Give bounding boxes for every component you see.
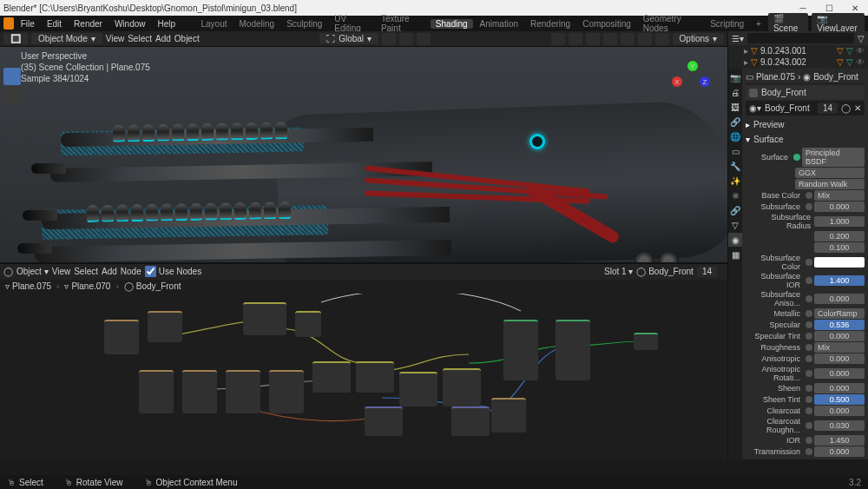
ptab-physics-icon[interactable]: ⚛ [728,188,742,202]
shading-wire-icon[interactable] [603,33,617,45]
node[interactable] [243,302,286,335]
prop-value[interactable]: 0.000 [814,383,865,393]
socket-dot-icon[interactable] [806,344,812,351]
node[interactable] [634,333,658,350]
prop-value[interactable]: 0.000 [814,354,865,364]
workspace-uvediting[interactable]: UV Editing [329,14,374,33]
node[interactable] [356,361,394,393]
prop-value[interactable]: 0.000 [814,368,865,379]
shading-solid-icon[interactable] [621,33,635,45]
prop-value[interactable]: 0.536 [814,320,865,330]
shading-rendered-icon[interactable] [655,33,669,45]
mat-new-icon[interactable]: ◯ [841,103,851,113]
workspace-texturepaint[interactable]: Texture Paint [376,14,429,33]
socket-dot-icon[interactable] [806,277,812,284]
socket-dot-icon[interactable] [806,259,812,266]
node[interactable] [139,370,174,413]
overlay-toggle-icon[interactable] [569,33,582,45]
socket-dot-icon[interactable] [806,448,812,455]
ne-editor-type-icon[interactable]: ◯ [3,267,13,276]
ptab-view-icon[interactable]: 🖼 [728,100,742,114]
props-object-name[interactable]: Plane.075 [756,72,795,82]
node[interactable] [503,320,538,380]
socket-dot-icon[interactable] [806,437,812,444]
menu-window[interactable]: Window [109,19,151,29]
prop-value[interactable]: 0.030 [814,420,865,431]
mode-selector[interactable]: Object Mode ▾ [31,33,102,44]
ptab-render-icon[interactable]: 📷 [728,70,742,84]
viewport-3d[interactable]: User Perspective (35) Scene Collection |… [0,47,727,262]
node[interactable] [269,370,304,413]
crumb-object[interactable]: ▿ Plane.075 [5,281,51,291]
node-canvas[interactable] [0,294,727,459]
color-swatch[interactable] [814,257,865,268]
menu-render[interactable]: Render [69,19,108,29]
prop-value[interactable]: 1.400 [814,275,865,286]
node[interactable] [312,361,351,393]
outliner-type-icon[interactable]: ☰▾ [732,34,744,43]
editor-type-icon[interactable]: 🔳 [3,33,28,44]
crumb-mesh[interactable]: ▿ Plane.070 [64,281,110,291]
node[interactable] [443,368,481,406]
ne-menu-select[interactable]: Select [74,267,98,276]
node[interactable] [556,320,590,380]
prop-value[interactable]: 0.200 [814,231,865,241]
socket-dot-icon[interactable] [806,355,812,362]
tool-cursor-icon[interactable] [3,87,21,104]
prop-value[interactable]: 0.000 [814,331,865,341]
socket-dot-icon[interactable] [806,396,812,403]
ptab-world-icon[interactable]: 🌐 [728,129,742,143]
menu-help[interactable]: Help [153,19,181,29]
node[interactable] [451,406,490,436]
workspace-rendering[interactable]: Rendering [525,19,575,29]
ptab-texture-icon[interactable]: ▦ [728,248,742,261]
prop-value[interactable]: 0.000 [814,406,865,416]
material-selector[interactable]: ◯ Body_Front [636,267,693,276]
workspace-modeling[interactable]: Modeling [234,19,280,29]
workspace-add[interactable]: + [751,19,766,29]
prop-value[interactable]: 0.000 [814,202,865,212]
gizmo-toggle-icon[interactable] [551,33,565,45]
ptab-modifier-icon[interactable]: 🔧 [728,159,742,173]
outliner-search[interactable] [747,33,854,43]
prop-linked-value[interactable]: Mix [814,342,865,353]
section-surface[interactable]: ▾ Surface [746,132,865,147]
ptab-data-icon[interactable]: ▽ [728,218,742,232]
surface-shader[interactable]: Principled BSDF [802,148,865,167]
viewport-options[interactable]: Options ▾ [673,33,724,44]
ptab-particle-icon[interactable]: ✨ [728,174,742,188]
material-datablock[interactable]: ◉▾ Body_Front 14 ◯ ✕ [746,101,865,116]
workspace-geonodes[interactable]: Geometry Nodes [638,14,703,33]
node[interactable] [182,370,217,413]
crumb-material[interactable]: ◯ Body_Front [124,281,181,291]
socket-dot-icon[interactable] [806,370,812,377]
prop-linked-value[interactable]: ColorRamp [814,308,865,319]
prop-value[interactable]: 0.000 [814,294,865,304]
mat-users-count[interactable]: 14 [818,102,838,114]
menu-edit[interactable]: Edit [42,19,67,29]
properties-body[interactable]: ▭ Plane.075 › ◉ Body_Front Body_Front ◉▾… [742,69,868,459]
view-menu-object[interactable]: Object [174,34,200,43]
section-preview[interactable]: ▸ Preview [746,117,865,132]
socket-dot-icon[interactable] [806,192,812,199]
sss-method-select[interactable]: Random Walk [795,179,865,189]
blender-logo-icon[interactable] [3,17,14,30]
socket-dot-icon[interactable] [806,203,812,210]
socket-dot-icon[interactable] [806,310,812,317]
slot-selector[interactable]: Slot 1 ▾ [604,267,633,276]
ne-menu-add[interactable]: Add [102,267,117,276]
view-menu-view[interactable]: View [106,34,125,43]
prop-value[interactable]: 0.100 [814,242,865,253]
orientation-selector[interactable]: ⛶ Global ▾ [319,33,378,44]
ptab-scene-icon[interactable]: 🔗 [728,115,742,129]
socket-dot-icon[interactable] [806,321,812,328]
node[interactable] [226,370,260,413]
socket-dot-icon[interactable] [806,407,812,414]
node-editor[interactable]: ◯ Object ▾ View Select Add Node Use Node… [0,262,727,459]
node[interactable] [104,320,139,354]
tool-select-icon[interactable] [3,68,21,85]
workspace-sculpting[interactable]: Sculpting [281,19,327,29]
workspace-animation[interactable]: Animation [475,19,523,29]
ne-menu-node[interactable]: Node [121,267,141,276]
maximize-button[interactable]: ☐ [816,0,842,16]
